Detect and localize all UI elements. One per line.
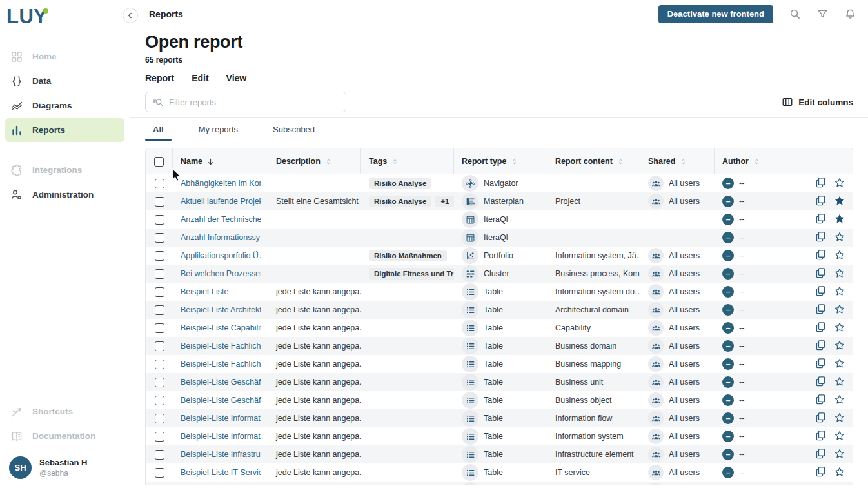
- copy-report-button[interactable]: [815, 195, 826, 208]
- deactivate-frontend-button[interactable]: Deactivate new frontend: [658, 5, 773, 23]
- favorite-star-button[interactable]: [834, 250, 845, 262]
- column-header-description[interactable]: Description: [268, 148, 361, 174]
- favorite-star-button[interactable]: [834, 431, 845, 443]
- report-row[interactable]: Anzahl Informationssy… IteraQl –--: [146, 229, 853, 247]
- column-header-shared[interactable]: Shared: [640, 148, 715, 174]
- report-row[interactable]: Beispiel-Liste Infrastru… jede Liste kan…: [146, 445, 853, 463]
- select-all-checkbox[interactable]: [154, 157, 164, 167]
- favorite-star-button[interactable]: [834, 358, 845, 371]
- report-name-link[interactable]: Beispiel-Liste Informati…: [181, 414, 261, 423]
- sidebar-collapse-button[interactable]: [123, 8, 138, 23]
- user-block[interactable]: SH Sebastian H @sebha: [0, 449, 130, 488]
- report-name-link[interactable]: Anzahl der Technische…: [181, 215, 261, 224]
- sidebar-item-diagrams[interactable]: Diagrams: [5, 94, 124, 117]
- row-checkbox[interactable]: [155, 233, 164, 243]
- filter-reports-input[interactable]: [168, 97, 339, 108]
- row-checkbox[interactable]: [155, 468, 164, 478]
- row-checkbox[interactable]: [155, 269, 164, 279]
- row-checkbox[interactable]: [155, 179, 164, 188]
- row-checkbox[interactable]: [155, 287, 164, 297]
- sidebar-item-documentation[interactable]: Documentation: [5, 424, 124, 448]
- copy-report-button[interactable]: [815, 466, 826, 479]
- bell-icon[interactable]: [844, 8, 856, 20]
- copy-report-button[interactable]: [815, 448, 826, 461]
- menu-item-view[interactable]: View: [226, 73, 247, 83]
- copy-report-button[interactable]: [815, 249, 826, 262]
- report-row[interactable]: Beispiel-Liste Architekt… jede Liste kan…: [146, 301, 853, 319]
- report-row[interactable]: Beispiel-Liste Geschäft… jede Liste kann…: [146, 373, 853, 391]
- favorite-star-button[interactable]: [834, 286, 845, 298]
- copy-report-button[interactable]: [815, 285, 826, 298]
- report-row[interactable]: Applikationsporfolio Ü… Risiko Maßnahmen…: [146, 247, 853, 265]
- favorite-star-button[interactable]: [834, 268, 845, 280]
- report-row[interactable]: Beispiel-Liste IT-Servic… jede Liste kan…: [146, 463, 853, 482]
- row-checkbox[interactable]: [155, 215, 164, 225]
- report-name-link[interactable]: Bei welchen Prozessen…: [181, 269, 261, 278]
- copy-report-button[interactable]: [815, 213, 826, 226]
- column-header-tags[interactable]: Tags: [361, 148, 454, 174]
- report-name-link[interactable]: Beispiel-Liste Informati…: [181, 432, 261, 441]
- report-row[interactable]: Beispiel-Liste jede Liste kann angepa… T…: [146, 283, 853, 301]
- favorite-star-button[interactable]: [834, 340, 845, 352]
- report-name-link[interactable]: Beispiel-Liste Geschäft…: [181, 396, 261, 405]
- filter-reports-searchbox[interactable]: [145, 92, 346, 112]
- favorite-star-button[interactable]: [834, 449, 845, 461]
- column-header-author[interactable]: Author: [715, 148, 807, 174]
- row-checkbox[interactable]: [155, 341, 164, 351]
- favorite-star-button[interactable]: [834, 196, 845, 208]
- copy-report-button[interactable]: [815, 267, 826, 280]
- copy-report-button[interactable]: [815, 303, 826, 316]
- favorite-star-button[interactable]: [834, 322, 845, 334]
- report-row[interactable]: Beispiel-Liste Informati… jede Liste kan…: [146, 409, 853, 427]
- row-checkbox[interactable]: [155, 197, 164, 207]
- copy-report-button[interactable]: [815, 231, 826, 244]
- search-icon[interactable]: [789, 8, 801, 20]
- edit-columns-button[interactable]: Edit columns: [782, 96, 853, 108]
- report-name-link[interactable]: Beispiel-Liste Fachlich…: [181, 341, 261, 351]
- favorite-star-button[interactable]: [834, 214, 845, 226]
- row-checkbox[interactable]: [155, 305, 164, 315]
- report-name-link[interactable]: Aktuell laufende Projek…: [181, 197, 261, 206]
- report-name-link[interactable]: Beispiel-Liste Capability: [181, 323, 261, 332]
- report-name-link[interactable]: Anzahl Informationssy…: [181, 233, 261, 242]
- sidebar-item-administration[interactable]: Administration: [5, 183, 124, 207]
- favorite-star-button[interactable]: [834, 232, 845, 244]
- copy-report-button[interactable]: [815, 340, 826, 352]
- favorite-star-button[interactable]: [834, 467, 845, 479]
- column-header-report-content[interactable]: Report content: [547, 148, 640, 174]
- report-name-link[interactable]: Beispiel-Liste: [181, 287, 228, 296]
- copy-report-button[interactable]: [815, 412, 826, 425]
- report-name-link[interactable]: Beispiel-Liste Fachlich…: [181, 360, 261, 369]
- sidebar-item-data[interactable]: Data: [5, 69, 124, 93]
- sidebar-item-shortcuts[interactable]: Shortcuts: [5, 400, 124, 423]
- row-checkbox[interactable]: [155, 432, 164, 442]
- copy-report-button[interactable]: [815, 321, 826, 334]
- favorite-star-button[interactable]: [834, 376, 845, 389]
- report-name-link[interactable]: Beispiel-Liste Infrastru…: [181, 450, 261, 459]
- column-header-report-type[interactable]: Report type: [454, 148, 547, 174]
- menu-item-report[interactable]: Report: [145, 73, 174, 83]
- report-row[interactable]: Beispiel-Liste Capability jede Liste kan…: [146, 319, 853, 337]
- report-row[interactable]: Anzahl der Technische… IteraQl –--: [146, 210, 853, 229]
- report-row[interactable]: Beispiel-Liste Fachlich… jede Liste kann…: [146, 337, 853, 355]
- report-name-link[interactable]: Beispiel-Liste Architekt…: [181, 305, 261, 314]
- report-row[interactable]: Beispiel-Liste Fachlich… jede Liste kann…: [146, 355, 853, 373]
- report-name-link[interactable]: Beispiel-Liste IT-Servic…: [181, 468, 261, 477]
- favorite-star-button[interactable]: [834, 394, 845, 407]
- report-row[interactable]: Beispiel-Liste Informati… jede Liste kan…: [146, 427, 853, 445]
- copy-report-button[interactable]: [815, 177, 826, 190]
- report-row[interactable]: Aktuell laufende Projek… Stellt eine Ges…: [146, 192, 853, 210]
- report-row[interactable]: Abhängigkeiten im Kon… Risiko Analyse Na…: [146, 174, 853, 192]
- copy-report-button[interactable]: [815, 394, 826, 407]
- report-row[interactable]: Beispiel-Liste Geschäft… jede Liste kann…: [146, 391, 853, 409]
- tab-my-reports[interactable]: My reports: [191, 118, 246, 141]
- sidebar-item-reports[interactable]: Reports: [5, 118, 124, 142]
- report-name-link[interactable]: Abhängigkeiten im Kon…: [181, 179, 261, 188]
- row-checkbox[interactable]: [155, 323, 164, 333]
- tab-subscribed[interactable]: Subscribed: [265, 118, 322, 141]
- tab-all[interactable]: All: [145, 118, 172, 141]
- report-row[interactable]: Bei welchen Prozessen… Digitale Fitness …: [146, 265, 853, 283]
- menu-item-edit[interactable]: Edit: [192, 73, 208, 83]
- row-checkbox[interactable]: [155, 360, 164, 369]
- favorite-star-button[interactable]: [834, 412, 845, 425]
